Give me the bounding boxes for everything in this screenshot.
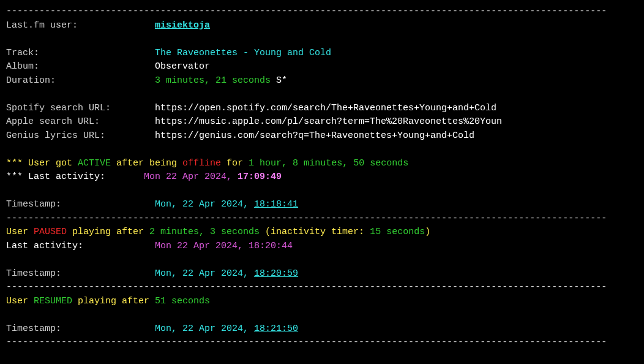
genius-url[interactable]: https://genius.com/search?q=The+Raveonet… bbox=[155, 131, 474, 141]
row-spotify: Spotify search URL:https://open.spotify.… bbox=[6, 102, 638, 116]
username-link[interactable]: misiektoja bbox=[155, 20, 210, 31]
track-title: The Raveonettes - Young and Cold bbox=[155, 48, 331, 58]
event-state-resumed: RESUMED bbox=[34, 296, 72, 306]
label-timestamp: Timestamp: bbox=[6, 322, 155, 336]
event-resumed-duration: 51 seconds bbox=[155, 296, 210, 306]
last-activity-date: Mon 22 Apr 2024, bbox=[144, 172, 238, 182]
timestamp-time: 18:20:59 bbox=[254, 268, 298, 279]
label-track: Track: bbox=[6, 47, 155, 61]
inactivity-label: (inactivity timer: bbox=[260, 227, 370, 237]
last-activity-prefix: *** Last activity: bbox=[6, 172, 144, 182]
duration-suffix: S* bbox=[271, 75, 287, 86]
event-for: for bbox=[221, 158, 249, 169]
divider: ----------------------------------------… bbox=[6, 212, 638, 226]
label-timestamp: Timestamp: bbox=[6, 198, 155, 212]
row-user: Last.fm user:misiektoja bbox=[6, 19, 638, 33]
label-duration: Duration: bbox=[6, 74, 155, 88]
row-timestamp-1: Timestamp:Mon, 22 Apr 2024, 18:18:41 bbox=[6, 198, 638, 212]
row-apple: Apple search URL:https://music.apple.com… bbox=[6, 115, 638, 129]
label-last-activity: Last activity: bbox=[6, 240, 155, 254]
timestamp-time: 18:18:41 bbox=[254, 199, 298, 210]
album-name: Observator bbox=[155, 61, 210, 72]
row-last-activity-2: Last activity:Mon 22 Apr 2024, 18:20:44 bbox=[6, 240, 638, 254]
event-playing-after: playing after bbox=[72, 296, 155, 306]
event-offline: offline bbox=[182, 158, 221, 169]
event-paused-duration: 2 minutes, 3 seconds bbox=[149, 227, 260, 237]
event-active: *** User got ACTIVE after being offline … bbox=[6, 157, 638, 171]
apple-url[interactable]: https://music.apple.com/pl/search?term=T… bbox=[155, 116, 502, 127]
last-activity-2: Mon 22 Apr 2024, 18:20:44 bbox=[155, 241, 293, 251]
close-paren: ) bbox=[425, 227, 430, 237]
inactivity-value: 15 seconds bbox=[370, 227, 425, 237]
timestamp-date: Mon, 22 Apr 2024, bbox=[155, 199, 254, 210]
spotify-url[interactable]: https://open.spotify.com/search/The+Rave… bbox=[155, 103, 496, 113]
event-state-active: ACTIVE bbox=[78, 158, 111, 169]
timestamp-date: Mon, 22 Apr 2024, bbox=[155, 268, 254, 279]
label-timestamp: Timestamp: bbox=[6, 267, 155, 281]
event-user-word: User bbox=[6, 227, 34, 237]
event-resumed: User RESUMED playing after 51 seconds bbox=[6, 295, 638, 309]
timestamp-time: 18:21:50 bbox=[254, 324, 298, 334]
row-timestamp-3: Timestamp:Mon, 22 Apr 2024, 18:21:50 bbox=[6, 322, 638, 336]
label-genius: Genius lyrics URL: bbox=[6, 129, 155, 143]
event-last-activity: *** Last activity: Mon 22 Apr 2024, 17:0… bbox=[6, 170, 638, 184]
divider: ----------------------------------------… bbox=[6, 281, 638, 295]
event-offline-duration: 1 hour, 8 minutes, 50 seconds bbox=[249, 158, 408, 169]
label-spotify: Spotify search URL: bbox=[6, 102, 155, 116]
row-album: Album:Observator bbox=[6, 60, 638, 74]
event-playing-after: playing after bbox=[67, 227, 149, 237]
label-user: Last.fm user: bbox=[6, 19, 155, 33]
event-after-being: after being bbox=[111, 158, 182, 169]
label-apple: Apple search URL: bbox=[6, 115, 155, 129]
row-genius: Genius lyrics URL:https://genius.com/sea… bbox=[6, 129, 638, 143]
event-state-paused: PAUSED bbox=[34, 227, 67, 237]
event-user-word: User got bbox=[28, 158, 78, 169]
label-album: Album: bbox=[6, 60, 155, 74]
row-track: Track:The Raveonettes - Young and Cold bbox=[6, 47, 638, 61]
timestamp-date: Mon, 22 Apr 2024, bbox=[155, 324, 254, 334]
row-timestamp-2: Timestamp:Mon, 22 Apr 2024, 18:20:59 bbox=[6, 267, 638, 281]
event-paused: User PAUSED playing after 2 minutes, 3 s… bbox=[6, 226, 638, 240]
event-user-word: User bbox=[6, 296, 34, 306]
divider: ----------------------------------------… bbox=[6, 336, 638, 350]
duration-value: 3 minutes, 21 seconds bbox=[155, 75, 271, 86]
last-activity-time: 17:09:49 bbox=[238, 172, 282, 182]
row-duration: Duration:3 minutes, 21 seconds S* bbox=[6, 74, 638, 88]
event-prefix: *** bbox=[6, 158, 28, 169]
divider: ----------------------------------------… bbox=[6, 5, 638, 19]
